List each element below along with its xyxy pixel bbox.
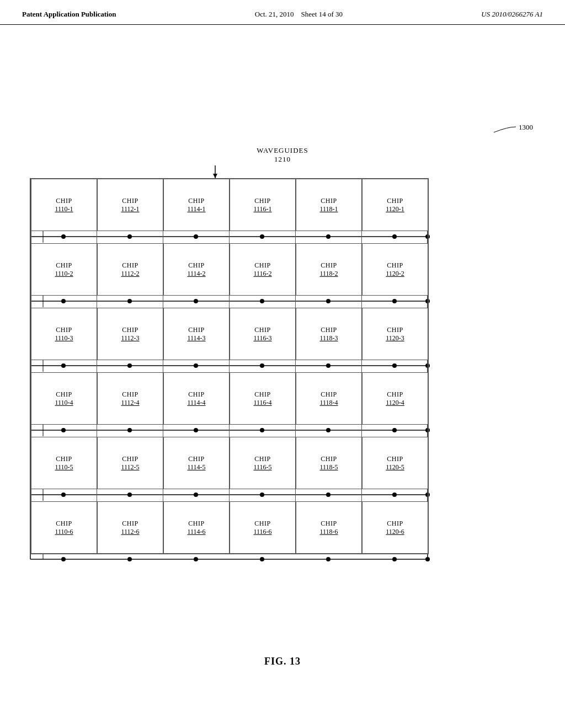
- svg-point-52: [194, 557, 198, 561]
- chip-1112-5: CHIP 1112-5: [97, 437, 163, 489]
- chip-1120-1: CHIP 1120-1: [362, 179, 428, 231]
- grid-row-4: CHIP 1110-4 CHIP 1112-4 CHIP 1114-4 CHIP…: [31, 372, 428, 425]
- chip-1118-5: CHIP 1118-5: [296, 437, 362, 489]
- chip-1120-6: CHIP 1120-6: [362, 501, 428, 554]
- chip-1116-6: CHIP 1116-6: [230, 501, 296, 554]
- chip-1110-5: CHIP 1110-5: [31, 437, 97, 489]
- chip-1120-2: CHIP 1120-2: [362, 243, 428, 296]
- chip-grid: CHIP 1110-1 CHIP 1112-1 CHIP 1114-1 CHIP…: [30, 178, 429, 554]
- chip-1114-1: CHIP 1114-1: [163, 179, 230, 231]
- spacer-row-1: [31, 231, 428, 243]
- grid-row-1: CHIP 1110-1 CHIP 1112-1 CHIP 1114-1 CHIP…: [31, 179, 428, 231]
- spacer-row-3: [31, 360, 428, 372]
- header-date: Oct. 21, 2010: [255, 10, 294, 18]
- figure-label: FIG. 13: [264, 656, 301, 667]
- chip-1112-6: CHIP 1112-6: [97, 501, 163, 554]
- chip-1118-4: CHIP 1118-4: [296, 372, 362, 425]
- header-publication: Patent Application Publication: [22, 10, 116, 19]
- chip-1112-2: CHIP 1112-2: [97, 243, 163, 296]
- chip-1114-6: CHIP 1114-6: [163, 501, 230, 554]
- chip-1116-3: CHIP 1116-3: [230, 308, 296, 360]
- chip-1116-1: CHIP 1116-1: [230, 179, 296, 231]
- waveguides-num: 1210: [257, 155, 308, 164]
- chip-1110-3: CHIP 1110-3: [31, 308, 97, 360]
- chip-1120-4: CHIP 1120-4: [362, 372, 428, 425]
- main-content: 1300: [0, 25, 565, 720]
- spacer-row-2: [31, 296, 428, 308]
- chip-1116-4: CHIP 1116-4: [230, 372, 296, 425]
- chip-num: 1110-1: [55, 205, 73, 213]
- chip-1110-1: CHIP 1110-1: [31, 179, 97, 231]
- svg-point-54: [326, 557, 331, 561]
- svg-text:1300: 1300: [519, 123, 533, 131]
- page-header: Patent Application Publication Oct. 21, …: [0, 0, 565, 25]
- spacer-row-5: [31, 489, 428, 501]
- chip-1114-5: CHIP 1114-5: [163, 437, 230, 489]
- chip-1110-6: CHIP 1110-6: [31, 501, 97, 554]
- chip-1110-4: CHIP 1110-4: [31, 372, 97, 425]
- header-sheet: Sheet 14 of 30: [301, 10, 343, 18]
- chip-1114-3: CHIP 1114-3: [163, 308, 230, 360]
- grid-row-3: CHIP 1110-3 CHIP 1112-3 CHIP 1114-3 CHIP…: [31, 308, 428, 360]
- svg-point-55: [392, 557, 397, 561]
- chip-1118-2: CHIP 1118-2: [296, 243, 362, 296]
- header-patent-num: US 2010/0266276 A1: [481, 10, 543, 19]
- chip-1112-1: CHIP 1112-1: [97, 179, 163, 231]
- chip-1116-2: CHIP 1116-2: [230, 243, 296, 296]
- grid-row-2: CHIP 1110-2 CHIP 1112-2 CHIP 1114-2 CHIP…: [31, 243, 428, 296]
- chip-1118-1: CHIP 1118-1: [296, 179, 362, 231]
- chip-1114-4: CHIP 1114-4: [163, 372, 230, 425]
- chip-label: CHIP: [56, 197, 72, 205]
- chip-1110-2: CHIP 1110-2: [31, 243, 97, 296]
- chip-1112-3: CHIP 1112-3: [97, 308, 163, 360]
- svg-point-50: [61, 557, 66, 561]
- svg-marker-2: [213, 174, 217, 178]
- svg-point-56: [425, 557, 430, 561]
- grid-row-6: CHIP 1110-6 CHIP 1112-6 CHIP 1114-6 CHIP…: [31, 501, 428, 554]
- header-date-sheet: Oct. 21, 2010 Sheet 14 of 30: [255, 10, 343, 19]
- chip-1120-3: CHIP 1120-3: [362, 308, 428, 360]
- spacer-row-4: [31, 425, 428, 437]
- waveguides-label: WAVEGUIDES 1210: [257, 146, 308, 164]
- grid-row-5: CHIP 1110-5 CHIP 1112-5 CHIP 1114-5 CHIP…: [31, 437, 428, 489]
- waveguides-text: WAVEGUIDES: [257, 146, 308, 155]
- chip-1118-3: CHIP 1118-3: [296, 308, 362, 360]
- chip-1112-4: CHIP 1112-4: [97, 372, 163, 425]
- chip-1120-5: CHIP 1120-5: [362, 437, 428, 489]
- svg-point-51: [127, 557, 132, 561]
- svg-point-53: [260, 557, 264, 561]
- chip-1116-5: CHIP 1116-5: [230, 437, 296, 489]
- chip-1118-6: CHIP 1118-6: [296, 501, 362, 554]
- chip-1114-2: CHIP 1114-2: [163, 243, 230, 296]
